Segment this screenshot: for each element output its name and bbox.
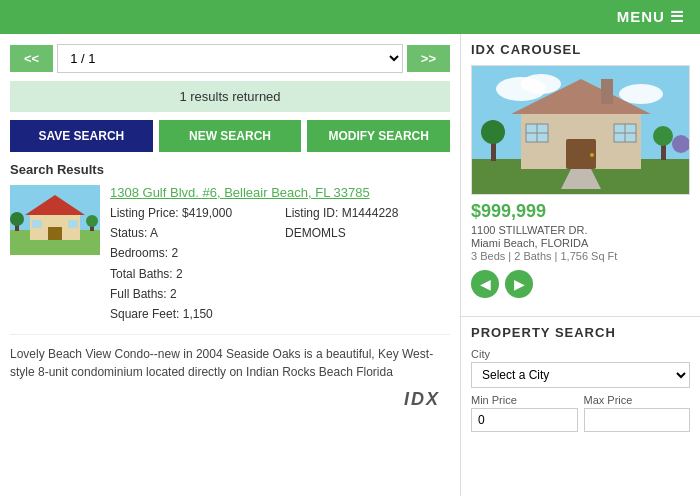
carousel-address-line1: 1100 STILLWATER DR. <box>471 224 690 236</box>
min-price-col: Min Price <box>471 394 578 438</box>
new-search-button[interactable]: NEW SEARCH <box>159 120 302 152</box>
carousel-title: IDX CAROUSEL <box>471 42 690 57</box>
svg-point-13 <box>521 74 561 94</box>
svg-rect-5 <box>32 220 42 228</box>
listing-card: 1308 Gulf Blvd. #6, Belleair Beach, FL 3… <box>10 185 450 335</box>
results-bar: 1 results returned <box>10 81 450 112</box>
svg-point-30 <box>653 126 673 146</box>
listing-id-field: Listing ID: M1444228 <box>285 204 450 223</box>
right-panel: IDX CAROUSEL <box>460 34 700 496</box>
carousel-address-line2: Miami Beach, FLORIDA <box>471 237 690 249</box>
carousel-navigation: ◀ ▶ <box>471 270 690 298</box>
left-panel: << 1 / 1 >> 1 results returned SAVE SEAR… <box>0 34 460 496</box>
city-select[interactable]: Select a City <box>471 362 690 388</box>
idx-logo-area: IDX <box>10 389 450 410</box>
pagination-bar: << 1 / 1 >> <box>10 44 450 73</box>
carousel-image <box>471 65 690 195</box>
idx-logo-text: IDX <box>404 391 440 408</box>
svg-rect-4 <box>48 227 62 240</box>
city-label: City <box>471 348 690 360</box>
svg-rect-6 <box>68 220 78 228</box>
search-results-heading: Search Results <box>10 162 450 177</box>
listing-address[interactable]: 1308 Gulf Blvd. #6, Belleair Beach, FL 3… <box>110 185 450 200</box>
bedrooms-field: Bedrooms: 2 <box>110 244 275 263</box>
svg-point-31 <box>672 135 690 153</box>
svg-point-28 <box>481 120 505 144</box>
svg-point-8 <box>10 212 24 226</box>
next-page-button[interactable]: >> <box>407 45 450 72</box>
sqft-field: Square Feet: 1,150 <box>110 305 275 324</box>
total-baths-field: Total Baths: 2 <box>110 265 275 284</box>
carousel-specs: 3 Beds | 2 Baths | 1,756 Sq Ft <box>471 250 690 262</box>
min-price-input[interactable] <box>471 408 578 432</box>
carousel-next-button[interactable]: ▶ <box>505 270 533 298</box>
menu-button[interactable]: MENU ☰ <box>617 8 684 25</box>
max-price-label: Max Price <box>584 394 691 406</box>
max-price-input[interactable] <box>584 408 691 432</box>
listing-info-grid: Listing Price: $419,000 Listing ID: M144… <box>110 204 450 324</box>
svg-point-10 <box>86 215 98 227</box>
save-search-button[interactable]: SAVE SEARCH <box>10 120 153 152</box>
listing-price-field: Listing Price: $419,000 <box>110 204 275 223</box>
svg-point-20 <box>590 153 594 157</box>
listing-thumbnail <box>10 185 100 255</box>
property-search-section: PROPERTY SEARCH City Select a City Min P… <box>461 316 700 446</box>
carousel-price: $999,999 <box>471 201 690 222</box>
listing-details: 1308 Gulf Blvd. #6, Belleair Beach, FL 3… <box>110 185 450 324</box>
header: MENU ☰ <box>0 0 700 34</box>
carousel-prev-button[interactable]: ◀ <box>471 270 499 298</box>
svg-rect-18 <box>601 79 613 104</box>
carousel-section: IDX CAROUSEL <box>461 34 700 316</box>
property-search-title: PROPERTY SEARCH <box>471 325 690 340</box>
action-buttons: SAVE SEARCH NEW SEARCH MODIFY SEARCH <box>10 120 450 152</box>
modify-search-button[interactable]: MODIFY SEARCH <box>307 120 450 152</box>
price-row: Min Price Max Price <box>471 394 690 438</box>
page-select[interactable]: 1 / 1 <box>57 44 403 73</box>
mls-field: DEMOMLS <box>285 224 450 243</box>
max-price-col: Max Price <box>584 394 691 438</box>
svg-point-14 <box>619 84 663 104</box>
full-baths-field: Full Baths: 2 <box>110 285 275 304</box>
prev-page-button[interactable]: << <box>10 45 53 72</box>
status-field: Status: A <box>110 224 275 243</box>
listing-description: Lovely Beach View Condo--new in 2004 Sea… <box>10 345 450 381</box>
min-price-label: Min Price <box>471 394 578 406</box>
